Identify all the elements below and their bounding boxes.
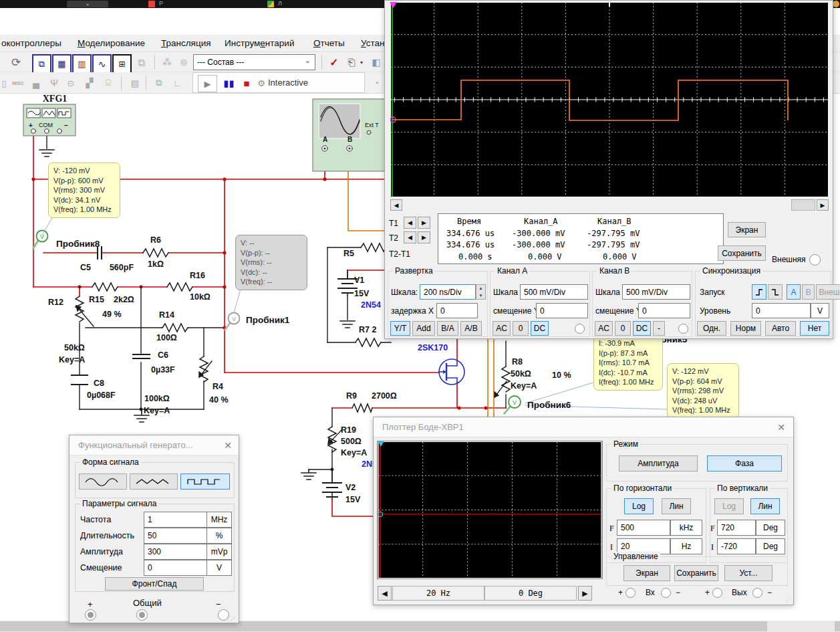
close-icon[interactable]: ✕ — [221, 439, 235, 452]
jfet-symbol[interactable] — [439, 359, 464, 385]
probe6-label[interactable]: Пробник6 — [527, 400, 571, 410]
timebase-spinner[interactable]: ▲▼ — [476, 284, 486, 300]
scroll-right-button[interactable]: ▶ — [817, 199, 829, 211]
c5-ref[interactable]: C5 — [80, 263, 91, 272]
function-generator-window[interactable]: Функциональный генерато... ✕ Форма сигна… — [69, 435, 239, 623]
r6-ref[interactable]: R6 — [150, 235, 161, 245]
t2-left-button[interactable]: ◀ — [404, 231, 416, 243]
cha-dc-button[interactable]: DC — [531, 321, 549, 336]
freq-input[interactable]: 1 — [144, 512, 207, 528]
external-trigger-radio[interactable] — [809, 254, 821, 266]
scope-instrument-icon[interactable] — [313, 99, 385, 171]
edge-settings-button[interactable]: Фронт/Спад — [105, 577, 204, 591]
r12-ref[interactable]: R12 — [48, 298, 63, 307]
trigger-auto-button[interactable]: Авто — [765, 321, 796, 336]
r14-ref[interactable]: R14 — [159, 310, 174, 320]
r19-ref[interactable]: R19 — [341, 425, 356, 435]
r5-ref[interactable]: R5 — [343, 249, 354, 258]
r7-ref[interactable]: R7 2 — [359, 325, 376, 334]
t1-right-button[interactable]: ▶ — [418, 217, 430, 229]
rising-edge-button[interactable] — [752, 284, 766, 300]
io-in-minus-radio[interactable] — [661, 588, 671, 598]
falling-edge-button[interactable] — [768, 284, 783, 300]
r15-ref[interactable]: R15 — [89, 295, 104, 304]
timebase-scale-input[interactable]: 200 ns/Div — [420, 284, 476, 300]
v-f-input[interactable]: 720 — [717, 520, 756, 536]
trigger-normal-button[interactable]: Норм — [730, 321, 761, 336]
chb-zero-button[interactable]: 0 — [615, 321, 631, 336]
r4-ref[interactable]: R4 — [213, 382, 223, 391]
yt-button[interactable]: Y/T — [390, 321, 410, 336]
minus-terminal-radio[interactable] — [218, 609, 229, 621]
resize-grip[interactable]: ⋰ — [825, 331, 831, 338]
offset-unit[interactable]: V — [206, 560, 232, 576]
probe8-label[interactable]: Пробник8 — [56, 239, 100, 249]
common-terminal-radio[interactable] — [136, 609, 148, 621]
xfg1-instrument-icon[interactable] — [23, 104, 76, 136]
sine-wave-button[interactable] — [79, 473, 127, 490]
close-icon[interactable]: ✕ — [775, 421, 788, 434]
c6-ref[interactable]: C6 — [158, 350, 168, 360]
ab-button[interactable]: A/B — [460, 321, 482, 336]
trigger-source-ext-button[interactable]: Внеш — [816, 284, 840, 300]
h-lin-button[interactable]: Лин — [662, 498, 691, 514]
oscilloscope-window[interactable]: ◀ ▶ T1 ◀ ▶ T2 ◀ ▶ T2-T1 Время Канал_А Ка… — [384, 0, 833, 339]
bode-step-right-button[interactable]: ▶ — [578, 586, 592, 601]
trigger-source-a-button[interactable]: A — [787, 284, 801, 300]
io-out-minus-radio[interactable] — [752, 588, 762, 598]
resize-grip[interactable]: ⋰ — [785, 597, 792, 604]
r9-ref[interactable]: R9 — [346, 391, 357, 401]
t2-right-button[interactable]: ▶ — [418, 231, 430, 243]
ba-button[interactable]: B/A — [437, 321, 458, 336]
probe8-icon[interactable]: V — [33, 231, 48, 249]
io-out-plus-radio[interactable] — [712, 588, 722, 598]
trigger-source-b-button[interactable]: B — [802, 284, 815, 300]
r8-ref[interactable]: R8 — [512, 357, 523, 366]
offset-input[interactable]: 0 — [144, 560, 207, 576]
t1-left-button[interactable]: ◀ — [404, 217, 416, 229]
chb-dc-button[interactable]: DC — [633, 321, 651, 336]
chb-ypos-input[interactable]: 0 — [638, 303, 690, 318]
freq-unit[interactable]: MHz — [206, 512, 232, 528]
trigger-single-button[interactable]: Одн. — [697, 321, 726, 336]
cha-ypos-input[interactable]: 0 — [536, 303, 588, 318]
q2-label[interactable]: 2SK170 — [418, 343, 448, 352]
bode-plotter-window[interactable]: Плоттер Боде-XBP1 ✕ Режим Амплитуда Фаза… — [373, 417, 794, 605]
v1-ref[interactable]: V1 — [354, 276, 364, 285]
scope-save-button[interactable]: Сохранить — [718, 245, 766, 261]
q1-label[interactable]: 2N54 — [361, 300, 381, 310]
v-i-input[interactable]: -720 — [717, 538, 756, 554]
v-lin-button[interactable]: Лин — [750, 498, 780, 514]
scope-display-scrollbar[interactable]: ◀ ▶ — [390, 199, 829, 211]
add-button[interactable]: Add — [412, 321, 435, 336]
scroll-left-button[interactable]: ◀ — [390, 199, 402, 211]
bode-screen-button[interactable]: Экран — [623, 565, 670, 581]
scope-screen-button[interactable]: Экран — [728, 222, 766, 237]
r16-ref[interactable]: R16 — [190, 271, 205, 280]
amplitude-button[interactable]: Амплитуда — [619, 455, 698, 471]
square-wave-button[interactable] — [180, 473, 230, 490]
c8-ref[interactable]: C8 — [94, 379, 104, 388]
resize-grip[interactable]: ⋰ — [231, 615, 237, 622]
v2-ref[interactable]: V2 — [345, 483, 356, 492]
cha-scale-input[interactable]: 500 mV/Div — [520, 284, 588, 300]
duty-unit[interactable]: % — [206, 528, 232, 544]
xfg1-label[interactable]: XFG1 — [43, 94, 67, 104]
chb-ac-button[interactable]: AC — [595, 321, 613, 336]
chb-scale-input[interactable]: 500 mV/Div — [622, 284, 690, 300]
amplitude-input[interactable]: 300 — [144, 544, 207, 560]
cha-zero-button[interactable]: 0 — [513, 321, 529, 336]
probe1-icon[interactable]: V — [225, 313, 240, 330]
bode-settings-button[interactable]: Уст... — [724, 565, 773, 581]
plus-terminal-radio[interactable] — [85, 609, 96, 621]
phase-button[interactable]: Фаза — [707, 455, 782, 471]
cha-ac-button[interactable]: AC — [493, 321, 511, 336]
bode-step-left-button[interactable]: ◀ — [378, 586, 392, 601]
bode-titlebar[interactable]: Плоттер Боде-XBP1 ✕ — [374, 417, 793, 437]
chb-minus-button[interactable]: - — [653, 321, 665, 336]
bode-save-button[interactable]: Сохранить — [674, 565, 718, 581]
amplitude-unit[interactable]: mVp — [206, 544, 232, 560]
probe6-icon[interactable]: V — [505, 396, 521, 413]
triangle-wave-button[interactable] — [130, 473, 178, 490]
h-f-input[interactable]: 500 — [617, 520, 670, 536]
